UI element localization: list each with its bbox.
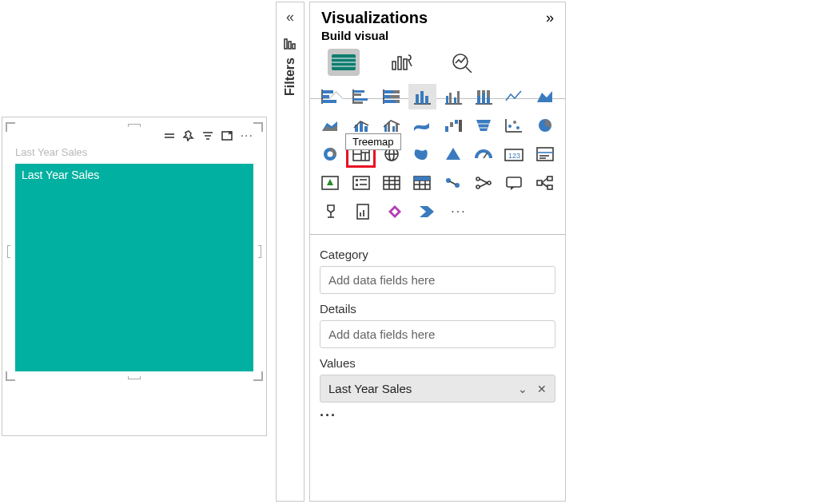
selected-visual[interactable]: ··· Last Year Sales Last Year Sales: [10, 127, 258, 376]
viz-pie[interactable]: [531, 113, 559, 138]
svg-rect-21: [322, 100, 336, 103]
filter-icon[interactable]: [202, 131, 213, 141]
viz-more-visuals[interactable]: ···: [444, 199, 473, 224]
viz-area[interactable]: [531, 84, 559, 109]
viz-card[interactable]: 123: [500, 141, 527, 167]
svg-rect-98: [384, 177, 400, 189]
svg-line-122: [542, 178, 547, 183]
svg-rect-24: [353, 93, 361, 96]
viz-stacked-column-100[interactable]: [470, 84, 497, 109]
format-visual-icon: [391, 52, 415, 73]
viz-slicer[interactable]: [347, 170, 374, 196]
svg-point-112: [476, 177, 480, 181]
svg-rect-36: [420, 91, 424, 104]
treemap-tooltip: Treemap: [345, 133, 401, 150]
viz-scatter[interactable]: [500, 113, 527, 138]
svg-marker-64: [476, 120, 491, 131]
pane-subtitle: Build visual: [310, 29, 565, 47]
svg-rect-20: [322, 95, 329, 98]
more-options-icon[interactable]: ···: [310, 403, 565, 429]
viz-filled-map[interactable]: [408, 141, 436, 167]
filters-pane-collapsed[interactable]: « Filters: [276, 2, 305, 502]
viz-clustered-column[interactable]: [440, 84, 467, 109]
svg-rect-93: [353, 177, 369, 189]
remove-field-icon[interactable]: ✕: [537, 383, 547, 395]
svg-rect-26: [353, 101, 363, 104]
svg-rect-42: [457, 91, 460, 104]
viz-power-automate[interactable]: [412, 199, 441, 224]
svg-rect-45: [477, 96, 480, 104]
treemap-block[interactable]: Last Year Sales: [15, 164, 253, 371]
svg-point-109: [446, 178, 451, 183]
svg-rect-62: [455, 120, 458, 124]
viz-power-apps[interactable]: [380, 199, 409, 224]
viz-key-influencers[interactable]: [470, 170, 497, 196]
report-canvas[interactable]: ··· Last Year Sales Last Year Sales: [2, 117, 267, 436]
viz-multi-row-card[interactable]: [531, 141, 559, 167]
viz-paginated[interactable]: [348, 199, 377, 224]
build-visual-icon: [331, 54, 356, 71]
viz-r-visual[interactable]: [440, 170, 467, 196]
tab-build-visual[interactable]: [328, 49, 360, 76]
viz-clustered-bar[interactable]: [347, 84, 374, 109]
viz-table[interactable]: [378, 170, 405, 196]
field-wells: Category Add data fields here Details Ad…: [310, 235, 565, 403]
well-values[interactable]: Last Year Sales ⌄ ✕: [320, 375, 555, 403]
svg-rect-59: [396, 124, 398, 132]
viz-funnel[interactable]: [470, 113, 497, 138]
svg-rect-117: [507, 177, 521, 187]
svg-marker-132: [420, 206, 434, 217]
collapse-pane-icon[interactable]: »: [546, 10, 554, 26]
svg-point-74: [328, 152, 333, 157]
viz-stacked-bar[interactable]: [316, 84, 344, 109]
viz-stacked-area[interactable]: [316, 113, 344, 138]
well-category[interactable]: Add data fields here: [320, 266, 555, 294]
well-details[interactable]: Add data fields here: [320, 320, 555, 348]
viz-waterfall[interactable]: [440, 113, 467, 138]
viz-line[interactable]: [500, 84, 527, 109]
svg-rect-128: [363, 210, 364, 216]
viz-stacked-bar-100[interactable]: [378, 84, 405, 109]
pin-icon[interactable]: [183, 130, 194, 141]
treemap-block-label: Last Year Sales: [22, 169, 99, 181]
filters-icon: [284, 38, 297, 53]
svg-rect-120: [547, 177, 552, 181]
viz-decomposition-tree[interactable]: [531, 170, 559, 196]
svg-rect-47: [482, 93, 485, 104]
more-options-icon[interactable]: ···: [241, 129, 253, 143]
svg-rect-33: [396, 100, 400, 103]
viz-stacked-column[interactable]: [408, 84, 436, 109]
viz-azure-map[interactable]: [440, 141, 467, 167]
tab-format-visual[interactable]: [387, 49, 419, 76]
svg-point-70: [513, 121, 516, 124]
svg-point-71: [516, 126, 519, 129]
viz-gauge[interactable]: [470, 141, 497, 167]
expand-filters-icon[interactable]: «: [286, 9, 294, 26]
viz-q-and-a[interactable]: [500, 170, 527, 196]
svg-rect-108: [414, 177, 430, 181]
svg-rect-40: [449, 93, 452, 104]
svg-rect-6: [285, 39, 287, 49]
viz-donut[interactable]: [316, 141, 344, 167]
well-category-label: Category: [320, 248, 555, 261]
chevron-down-icon[interactable]: ⌄: [518, 383, 527, 395]
drag-icon[interactable]: [164, 132, 175, 140]
viz-ribbon[interactable]: [408, 113, 436, 138]
svg-rect-94: [356, 179, 358, 181]
tab-analytics[interactable]: [446, 49, 478, 76]
svg-point-113: [476, 185, 480, 189]
visualizations-pane: Visualizations » Build visual Treemap: [309, 2, 566, 502]
svg-rect-13: [392, 62, 396, 69]
svg-rect-25: [353, 98, 368, 101]
svg-rect-37: [425, 96, 428, 104]
well-values-item: Last Year Sales: [328, 382, 412, 395]
treemap-visual-card: ··· Last Year Sales Last Year Sales: [10, 127, 258, 376]
viz-kpi[interactable]: [316, 170, 344, 196]
viz-matrix[interactable]: [408, 170, 436, 196]
focus-mode-icon[interactable]: [221, 131, 233, 141]
viz-goals[interactable]: [316, 199, 345, 224]
well-details-label: Details: [320, 302, 555, 315]
svg-rect-127: [360, 212, 361, 216]
svg-line-123: [542, 183, 547, 187]
svg-rect-29: [393, 90, 400, 93]
